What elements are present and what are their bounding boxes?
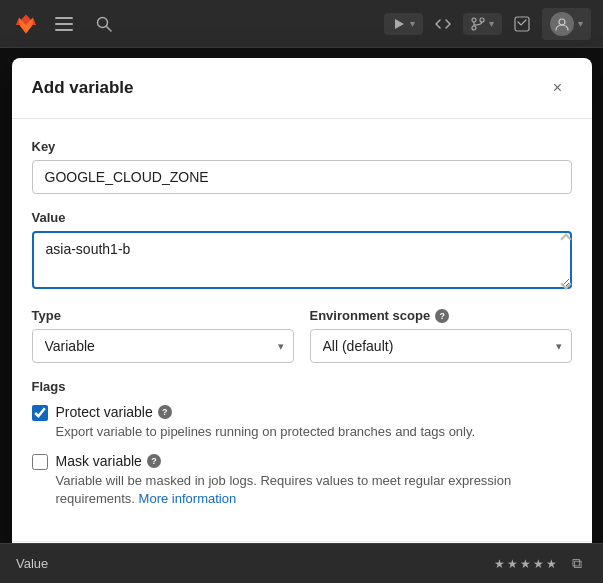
pipeline-chevron: ▾ [410, 18, 415, 29]
mask-variable-row: Mask variable ? Variable will be masked … [32, 453, 572, 508]
modal-backdrop: Add variable × Key Value asia-south1-b [0, 48, 603, 583]
protect-variable-content: Protect variable ? Export variable to pi… [56, 404, 572, 441]
svg-rect-1 [55, 23, 73, 25]
pipeline-button[interactable]: ▾ [384, 13, 423, 35]
value-input[interactable]: asia-south1-b [32, 231, 572, 289]
value-field-group: Value asia-south1-b [32, 210, 572, 292]
env-scope-select-wrapper: All (default) Production Staging ▾ [310, 329, 572, 363]
bottom-bar: Value ★★★★★ ⧉ [0, 543, 603, 583]
mask-label: Mask variable [56, 453, 142, 469]
svg-point-6 [472, 18, 476, 22]
close-button[interactable]: × [544, 74, 572, 102]
protect-variable-checkbox[interactable] [32, 405, 48, 421]
menu-icon[interactable] [48, 8, 80, 40]
key-label: Key [32, 139, 572, 154]
mask-desc: Variable will be masked in job logs. Req… [56, 472, 572, 508]
mask-title-row: Mask variable ? [56, 453, 572, 469]
scroll-down-icon[interactable] [560, 278, 571, 289]
protect-help-icon[interactable]: ? [158, 405, 172, 419]
type-select[interactable]: Variable File [32, 329, 294, 363]
svg-line-4 [107, 26, 112, 31]
key-input[interactable] [32, 160, 572, 194]
copy-icon[interactable]: ⧉ [567, 554, 587, 574]
protect-desc: Export variable to pipelines running on … [56, 423, 572, 441]
svg-point-8 [480, 18, 484, 22]
env-scope-select[interactable]: All (default) Production Staging [310, 329, 572, 363]
svg-rect-2 [55, 29, 73, 31]
gitlab-logo[interactable] [12, 10, 40, 38]
avatar-chevron: ▾ [578, 18, 583, 29]
modal-title: Add variable [32, 78, 134, 98]
mask-help-icon[interactable]: ? [147, 454, 161, 468]
bottom-bar-right: ★★★★★ ⧉ [494, 554, 587, 574]
avatar-button[interactable]: ▾ [542, 8, 591, 40]
value-label: Value [32, 210, 572, 225]
mask-variable-checkbox[interactable] [32, 454, 48, 470]
env-scope-field-group: Environment scope ? All (default) Produc… [310, 308, 572, 363]
type-field-group: Type Variable File ▾ [32, 308, 294, 363]
flags-section: Flags Protect variable ? Export variable… [32, 379, 572, 509]
mask-variable-content: Mask variable ? Variable will be masked … [56, 453, 572, 508]
type-env-row: Type Variable File ▾ Environment scope ? [32, 308, 572, 363]
env-scope-label-row: Environment scope ? [310, 308, 572, 323]
protect-title-row: Protect variable ? [56, 404, 572, 420]
type-label: Type [32, 308, 294, 323]
svg-rect-0 [55, 17, 73, 19]
scroll-up-icon[interactable] [560, 233, 571, 244]
protect-label: Protect variable [56, 404, 153, 420]
type-select-wrapper: Variable File ▾ [32, 329, 294, 363]
svg-point-7 [472, 26, 476, 30]
svg-point-10 [559, 19, 565, 25]
search-icon[interactable] [88, 8, 120, 40]
modal-body: Key Value asia-south1-b Type [12, 119, 592, 541]
todo-icon[interactable] [506, 8, 538, 40]
code-icon[interactable] [427, 8, 459, 40]
more-info-link[interactable]: More information [139, 491, 237, 506]
value-stars: ★★★★★ [494, 557, 559, 571]
navbar: ▾ ▾ ▾ [0, 0, 603, 48]
protect-variable-row: Protect variable ? Export variable to pi… [32, 404, 572, 441]
env-scope-help-icon[interactable]: ? [435, 309, 449, 323]
modal-header: Add variable × [12, 58, 592, 119]
flags-label: Flags [32, 379, 572, 394]
bottom-bar-label: Value [16, 556, 48, 571]
env-scope-label: Environment scope [310, 308, 431, 323]
merge-request-button[interactable]: ▾ [463, 13, 502, 35]
mask-desc-text: Variable will be masked in job logs. Req… [56, 473, 512, 506]
navbar-right: ▾ ▾ ▾ [384, 8, 591, 40]
add-variable-modal: Add variable × Key Value asia-south1-b [12, 58, 592, 583]
merge-request-chevron: ▾ [489, 18, 494, 29]
key-field-group: Key [32, 139, 572, 194]
svg-marker-5 [395, 19, 404, 29]
